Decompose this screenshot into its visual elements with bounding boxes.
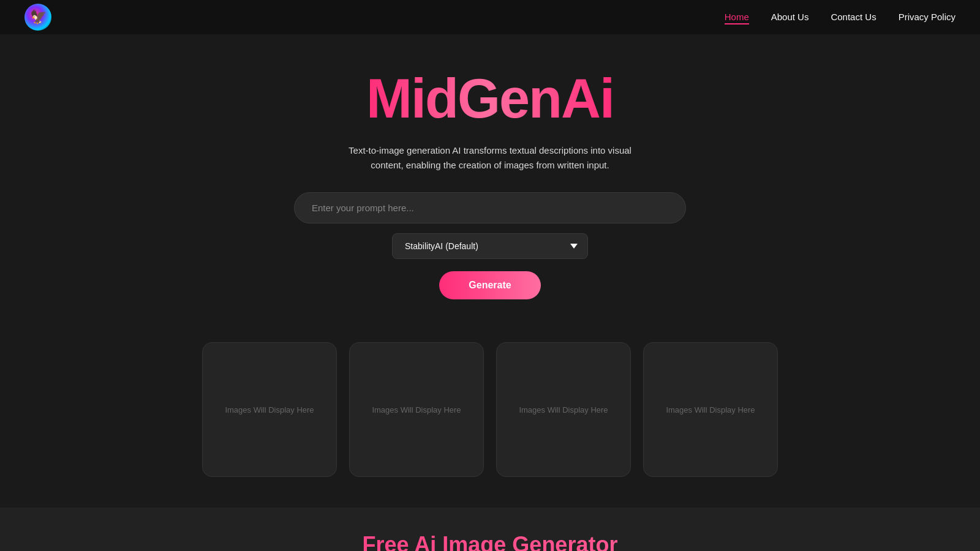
navbar: 🦅 Home About Us Contact Us Privacy Polic… bbox=[0, 0, 980, 34]
image-card-4: Images Will Display Here bbox=[643, 342, 778, 477]
nav-item-home[interactable]: Home bbox=[725, 12, 749, 23]
image-card-label-4: Images Will Display Here bbox=[666, 405, 755, 414]
prompt-input[interactable] bbox=[294, 192, 686, 223]
generate-button[interactable]: Generate bbox=[439, 271, 540, 299]
image-card-3: Images Will Display Here bbox=[496, 342, 631, 477]
hero-title: MidGenAi bbox=[366, 71, 614, 126]
free-section-title: Free Ai Image Generator bbox=[24, 532, 956, 551]
nav-link-privacy[interactable]: Privacy Policy bbox=[899, 12, 956, 22]
image-card-label-3: Images Will Display Here bbox=[519, 405, 608, 414]
image-card-1: Images Will Display Here bbox=[202, 342, 337, 477]
logo[interactable]: 🦅 bbox=[24, 4, 51, 31]
nav-item-contact[interactable]: Contact Us bbox=[831, 12, 876, 23]
image-card-label-1: Images Will Display Here bbox=[225, 405, 314, 414]
free-section: Free Ai Image Generator bbox=[0, 508, 980, 551]
hero-subtitle: Text-to-image generation AI transforms t… bbox=[343, 143, 637, 173]
image-grid: Images Will Display Here Images Will Dis… bbox=[0, 324, 980, 508]
nav-item-about[interactable]: About Us bbox=[771, 12, 809, 23]
nav-link-about[interactable]: About Us bbox=[771, 12, 809, 22]
hero-section: MidGenAi Text-to-image generation AI tra… bbox=[0, 34, 980, 324]
logo-icon: 🦅 bbox=[24, 4, 51, 31]
nav-item-privacy[interactable]: Privacy Policy bbox=[899, 12, 956, 23]
nav-link-home[interactable]: Home bbox=[725, 12, 749, 24]
nav-links: Home About Us Contact Us Privacy Policy bbox=[725, 12, 956, 23]
model-select[interactable]: StabilityAI (Default) DALL-E Midjourney bbox=[392, 233, 588, 259]
image-card-label-2: Images Will Display Here bbox=[372, 405, 461, 414]
nav-link-contact[interactable]: Contact Us bbox=[831, 12, 876, 22]
image-card-2: Images Will Display Here bbox=[349, 342, 484, 477]
